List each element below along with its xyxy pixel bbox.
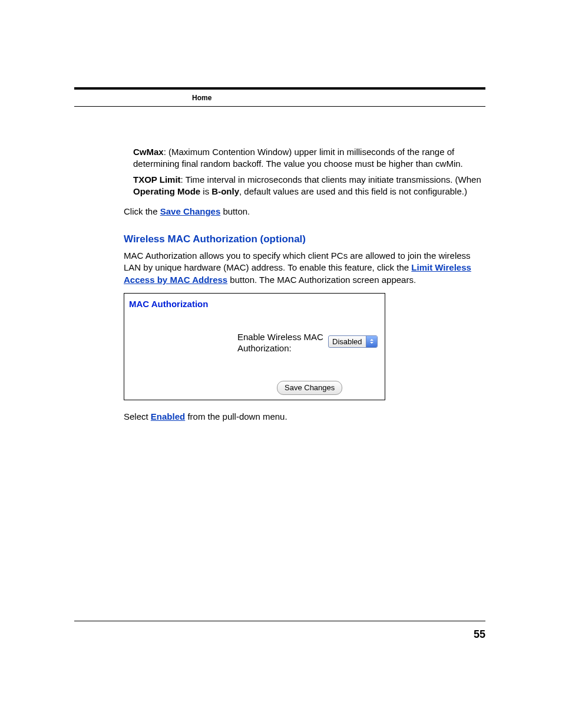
select-enabled-paragraph: Select Enabled from the pull-down menu. bbox=[124, 411, 485, 423]
select-enabled-after: from the pull-down menu. bbox=[185, 411, 287, 421]
mac-intro-after: button. The MAC Authorization screen app… bbox=[227, 275, 416, 285]
mac-authorization-figure: MAC Authorization Enable Wireless MAC Au… bbox=[124, 293, 385, 400]
header-rule-heavy bbox=[74, 87, 485, 90]
section-heading-wireless-mac: Wireless MAC Authorization (optional) bbox=[124, 233, 485, 246]
txop-text-2: is bbox=[200, 186, 211, 196]
mac-auth-dropdown[interactable]: Disabled bbox=[328, 335, 378, 348]
mac-intro-paragraph: MAC Authorization allows you to specify … bbox=[124, 250, 485, 286]
dropdown-arrow-icon bbox=[366, 336, 377, 347]
header-section-label: Home bbox=[192, 93, 211, 103]
page-number: 55 bbox=[474, 627, 485, 641]
click-save-paragraph: Click the Save Changes button. bbox=[124, 206, 485, 218]
txop-mode-value: B-only bbox=[211, 186, 239, 196]
save-changes-link[interactable]: Save Changes bbox=[160, 206, 221, 216]
txop-mode-label: Operating Mode bbox=[133, 186, 200, 196]
txop-term: TXOP Limit bbox=[133, 174, 181, 185]
cwmax-paragraph: CwMax: (Maximum Contention Window) upper… bbox=[133, 146, 485, 170]
cwmax-term: CwMax bbox=[133, 147, 164, 157]
save-changes-button[interactable]: Save Changes bbox=[277, 381, 342, 396]
enabled-link[interactable]: Enabled bbox=[151, 411, 185, 421]
header-rule-thin bbox=[74, 106, 485, 107]
click-save-after: button. bbox=[220, 206, 250, 216]
select-enabled-before: Select bbox=[124, 411, 151, 421]
figure-title: MAC Authorization bbox=[129, 298, 208, 310]
txop-paragraph: TXOP Limit: Time interval in microsecond… bbox=[133, 174, 485, 198]
txop-text-3: , default values are used and this field… bbox=[239, 186, 467, 196]
cwmax-text: : (Maximum Contention Window) upper limi… bbox=[133, 147, 463, 169]
enable-mac-auth-label: Enable Wireless MAC Authorization: bbox=[237, 332, 326, 354]
footer-rule bbox=[74, 621, 485, 621]
click-save-before: Click the bbox=[124, 206, 160, 216]
txop-text-1: : Time interval in microseconds that cli… bbox=[181, 174, 481, 185]
dropdown-value: Disabled bbox=[329, 337, 366, 347]
